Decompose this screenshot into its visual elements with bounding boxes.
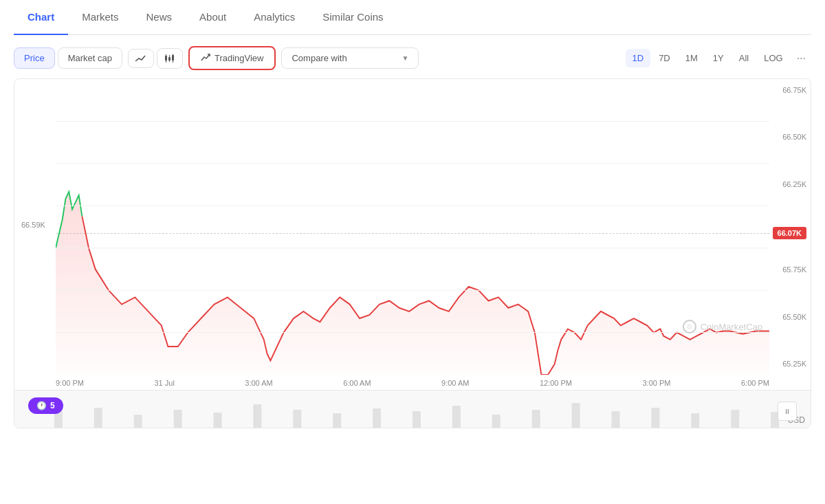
price-button[interactable]: Price — [14, 47, 55, 69]
svg-rect-0 — [165, 56, 167, 61]
svg-rect-31 — [691, 413, 699, 428]
svg-rect-21 — [293, 410, 301, 428]
tab-about[interactable]: About — [186, 0, 240, 35]
cmc-logo-icon: ⊙ — [683, 320, 696, 333]
log-button[interactable]: LOG — [757, 49, 789, 67]
history-count: 5 — [50, 401, 55, 410]
svg-rect-30 — [651, 408, 659, 428]
trading-view-button[interactable]: TradingView — [188, 46, 276, 70]
svg-rect-6 — [172, 55, 174, 61]
y-axis-labels: 66.75K 66.50K 66.25K 66.07K 65.75K 65.50… — [769, 79, 811, 375]
more-options-button[interactable]: ··· — [791, 48, 811, 69]
time-all-button[interactable]: All — [732, 49, 756, 67]
time-range-group: 1D 7D 1M 1Y All LOG ··· — [626, 48, 811, 69]
x-label-5: 9:00 AM — [441, 379, 469, 387]
chart-main-area: 66.59K — [14, 79, 811, 375]
pause-button[interactable]: ⏸ — [778, 402, 797, 421]
tab-analytics[interactable]: Analytics — [240, 0, 309, 35]
svg-rect-22 — [333, 413, 341, 428]
price-annotation: 66.59K — [21, 221, 45, 229]
x-label-3: 3:00 AM — [245, 379, 272, 387]
tab-markets[interactable]: Markets — [68, 0, 132, 35]
y-label-3: 66.25K — [773, 180, 806, 188]
price-type-group: Price Market cap — [14, 47, 122, 69]
time-7d-button[interactable]: 7D — [652, 49, 677, 67]
line-chart-icon[interactable] — [128, 49, 154, 68]
chevron-down-icon: ▼ — [402, 54, 409, 62]
svg-rect-20 — [253, 404, 261, 428]
time-1d-button[interactable]: 1D — [626, 49, 651, 67]
chart-toolbar: Price Market cap — [14, 35, 811, 78]
clock-icon: 🕐 — [36, 401, 47, 410]
svg-rect-19 — [214, 413, 222, 428]
svg-rect-25 — [452, 406, 461, 428]
pause-icon: ⏸ — [784, 408, 791, 415]
y-label-5: 65.75K — [773, 265, 806, 274]
svg-rect-3 — [168, 57, 170, 61]
chart-icon — [201, 52, 210, 64]
y-label-1: 66.75K — [773, 86, 806, 94]
history-badge[interactable]: 🕐 5 — [28, 397, 63, 414]
x-axis-labels: 9:00 PM 31 Jul 3:00 AM 6:00 AM 9:00 AM 1… — [14, 375, 811, 390]
watermark: ⊙ CoinMarketCap — [683, 320, 762, 333]
candle-chart-icon[interactable] — [157, 48, 183, 69]
y-label-2: 66.50K — [773, 133, 806, 141]
chart-type-group — [128, 48, 183, 69]
market-cap-button[interactable]: Market cap — [58, 47, 122, 69]
svg-rect-28 — [572, 403, 580, 428]
x-label-8: 6:00 PM — [741, 379, 769, 387]
svg-rect-17 — [134, 415, 142, 428]
x-label-6: 12:00 PM — [540, 379, 572, 387]
tab-news[interactable]: News — [133, 0, 186, 35]
price-chart: 66.59K — [14, 78, 811, 428]
x-label-7: 3:00 PM — [643, 379, 671, 387]
current-price-badge: 66.07K — [773, 227, 806, 239]
y-label-6: 65.50K — [773, 313, 806, 321]
svg-rect-18 — [174, 410, 182, 428]
time-1y-button[interactable]: 1Y — [706, 49, 731, 67]
x-label-4: 6:00 AM — [343, 379, 371, 387]
compare-with-dropdown[interactable]: Compare with ▼ — [281, 47, 419, 69]
volume-area: USD — [14, 390, 811, 428]
time-1m-button[interactable]: 1M — [679, 49, 705, 67]
x-label-1: 9:00 PM — [56, 379, 84, 387]
svg-rect-24 — [412, 411, 421, 428]
y-label-7: 65.25K — [773, 360, 806, 368]
tab-navigation: Chart Markets News About Analytics Simil… — [14, 0, 811, 35]
svg-rect-32 — [731, 410, 739, 428]
svg-rect-16 — [94, 408, 102, 428]
svg-rect-27 — [532, 410, 540, 428]
tab-similar-coins[interactable]: Similar Coins — [309, 0, 397, 35]
tab-chart[interactable]: Chart — [14, 0, 68, 35]
x-label-2: 31 Jul — [154, 379, 174, 387]
svg-rect-29 — [612, 411, 620, 428]
svg-rect-26 — [492, 415, 500, 428]
svg-rect-23 — [373, 408, 381, 428]
